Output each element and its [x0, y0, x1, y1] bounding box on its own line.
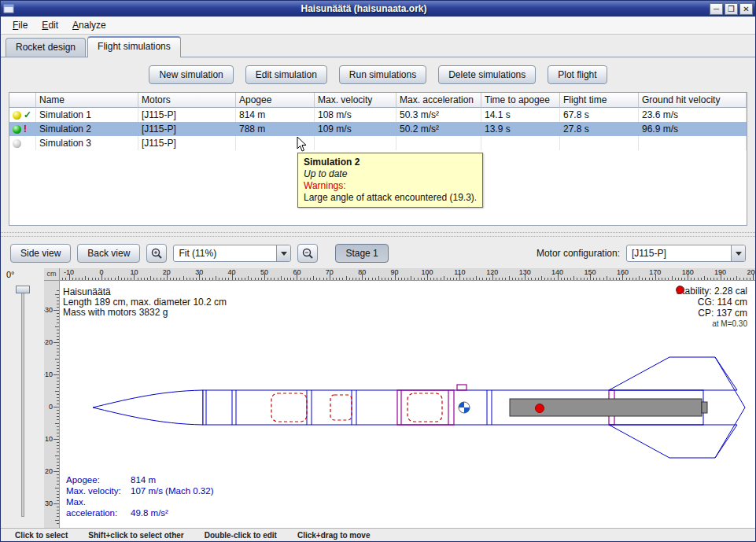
cell-motors: [J115-P]: [138, 108, 236, 122]
rocket-figure-panel: 0° cm -100102030405060708090100110120130…: [1, 268, 755, 528]
zoom-in-button[interactable]: [146, 244, 167, 263]
chevron-down-icon[interactable]: [731, 245, 745, 261]
titlebar[interactable]: Haisunäätä (haisunaata.ork) ─ ❒ ✕: [1, 1, 755, 17]
hint-drag: Click+drag to move: [297, 531, 371, 540]
view-toolbar: Side view Back view Fit (11%) Stage 1 Mo…: [1, 238, 755, 268]
cell-apogee: [236, 136, 315, 150]
window-title: Haisunäätä (haisunaata.ork): [18, 3, 710, 14]
rotation-slider-track[interactable]: [21, 289, 24, 517]
tab-rocket-design[interactable]: Rocket design: [6, 38, 86, 57]
plot-flight-button[interactable]: Plot flight: [548, 65, 607, 84]
cell-time-to-apogee: 14.1 s: [481, 108, 560, 122]
cell-apogee: 814 m: [236, 108, 315, 122]
tooltip-warnings-label: Warnings:: [304, 180, 477, 192]
ruler-left: -30-20-100102030: [44, 281, 60, 528]
zoom-select[interactable]: Fit (11%): [173, 245, 291, 262]
cell-ground-hit-velocity: 23.6 m/s: [639, 108, 747, 122]
hint-double-click: Double-click to edit: [205, 531, 277, 540]
menu-edit[interactable]: Edit: [35, 17, 65, 33]
column-header-name[interactable]: Name: [36, 93, 138, 108]
motor-configuration-select[interactable]: [J115-P]: [626, 245, 746, 262]
cp-value: CP: 137 cm: [698, 308, 747, 319]
table-header-row: Name Motors Apogee Max. velocity Max. ac…: [9, 93, 747, 108]
chevron-down-icon[interactable]: [276, 245, 290, 261]
menu-file[interactable]: File: [6, 17, 35, 33]
menubar: File Edit Analyze: [1, 17, 755, 35]
cell-max-acceleration: 50.3 m/s²: [396, 108, 481, 122]
cp-marker: [536, 404, 544, 413]
cell-name: Simulation 1: [36, 108, 138, 122]
column-header-apogee[interactable]: Apogee: [236, 93, 315, 108]
tabbar: Rocket design Flight simulations: [1, 35, 755, 57]
cell-name: Simulation 3: [36, 136, 138, 150]
cell-apogee: 788 m: [236, 122, 315, 136]
max-acceleration-label: Max. acceleration:: [66, 496, 131, 518]
new-simulation-button[interactable]: New simulation: [149, 65, 233, 84]
table-row[interactable]: Simulation 3 [J115-P]: [9, 136, 747, 150]
table-row[interactable]: ! Simulation 2 [J115-P] 788 m 109 m/s 50…: [9, 122, 747, 136]
warning-icon: !: [24, 124, 27, 135]
zoom-select-value: Fit (11%): [174, 248, 276, 259]
maximize-button[interactable]: ❒: [725, 3, 738, 15]
cell-max-velocity: 108 m/s: [315, 108, 396, 122]
back-view-button[interactable]: Back view: [77, 244, 140, 263]
cell-time-to-apogee: 13.9 s: [481, 122, 560, 136]
table-row[interactable]: ✓ Simulation 1 [J115-P] 814 m 108 m/s 50…: [9, 108, 747, 122]
status-uptodate-icon: [13, 111, 21, 120]
flight-data-overlay: Apogee:814 m Max. velocity:107 m/s (Mach…: [66, 474, 213, 518]
cell-time-to-apogee: [481, 136, 560, 150]
max-velocity-value: 107 m/s (Mach 0.32): [131, 486, 213, 496]
max-acceleration-value: 49.8 m/s²: [131, 508, 168, 518]
column-header-status[interactable]: [9, 93, 36, 108]
tooltip-warning-text: Large angle of attack encountered (19.3)…: [304, 192, 477, 204]
rocket-mass: Mass with motors 3832 g: [63, 308, 227, 318]
edit-simulation-button[interactable]: Edit simulation: [245, 65, 327, 84]
max-velocity-label: Max. velocity:: [66, 485, 131, 496]
tooltip-status: Up to date: [304, 168, 477, 180]
column-header-max-acceleration[interactable]: Max. acceleration: [396, 93, 481, 108]
column-header-time-to-apogee[interactable]: Time to apogee: [481, 93, 560, 108]
run-simulations-button[interactable]: Run simulations: [339, 65, 426, 84]
close-button[interactable]: ✕: [739, 3, 753, 15]
cell-motors: [J115-P]: [138, 136, 236, 150]
side-view-button[interactable]: Side view: [10, 244, 71, 263]
split-pane-divider[interactable]: [1, 230, 755, 238]
ruler-unit-label: cm: [44, 268, 60, 281]
column-header-ground-hit-velocity[interactable]: Ground hit velocity: [639, 93, 747, 108]
column-header-max-velocity[interactable]: Max. velocity: [315, 93, 396, 108]
cell-flight-time: 67.8 s: [560, 108, 639, 122]
cell-name: Simulation 2: [36, 122, 138, 136]
motor-configuration-label: Motor configuration:: [537, 248, 620, 259]
stage-1-toggle[interactable]: Stage 1: [335, 244, 388, 263]
rocket-canvas[interactable]: Haisunäätä Length 189 cm, max. diameter …: [60, 281, 755, 528]
hint-bar: Click to select Shift+click to select ot…: [1, 528, 755, 541]
column-header-flight-time[interactable]: Flight time: [560, 93, 639, 108]
window-menu-icon[interactable]: [3, 4, 15, 14]
tab-flight-simulations[interactable]: Flight simulations: [87, 36, 181, 57]
app-window: Haisunäätä (haisunaata.ork) ─ ❒ ✕ File E…: [0, 0, 756, 542]
tooltip: Simulation 2 Up to date Warnings: Large …: [297, 153, 483, 208]
status-simulated-icon: [13, 125, 21, 134]
zoom-in-icon: [151, 248, 162, 259]
cell-ground-hit-velocity: [639, 136, 747, 150]
stability-info: Stability: 2.28 cal CG: 114 cm CP: 137 c…: [676, 286, 747, 330]
rotation-slider-handle[interactable]: [16, 286, 30, 293]
hint-click-select: Click to select: [15, 531, 68, 540]
cg-marker: [459, 402, 470, 413]
cell-flight-time: [560, 136, 639, 150]
column-header-motors[interactable]: Motors: [138, 93, 236, 108]
zoom-out-icon: [302, 248, 313, 259]
cg-value: CG: 114 cm: [698, 297, 747, 308]
hint-shift-click: Shift+click to select other: [88, 531, 183, 540]
delete-simulations-button[interactable]: Delete simulations: [438, 65, 536, 84]
stability-value: Stability: 2.28 cal: [676, 286, 747, 297]
apogee-value: 814 m: [131, 475, 156, 485]
rocket-info: Haisunäätä Length 189 cm, max. diameter …: [63, 287, 227, 318]
menu-analyze[interactable]: Analyze: [65, 17, 113, 33]
tooltip-title: Simulation 2: [304, 157, 477, 168]
motor-configuration-value: [J115-P]: [627, 248, 731, 259]
cell-max-acceleration: 50.2 m/s²: [396, 122, 481, 136]
zoom-out-button[interactable]: [297, 244, 318, 263]
cell-ground-hit-velocity: 96.9 m/s: [639, 122, 747, 136]
minimize-button[interactable]: ─: [710, 3, 723, 15]
